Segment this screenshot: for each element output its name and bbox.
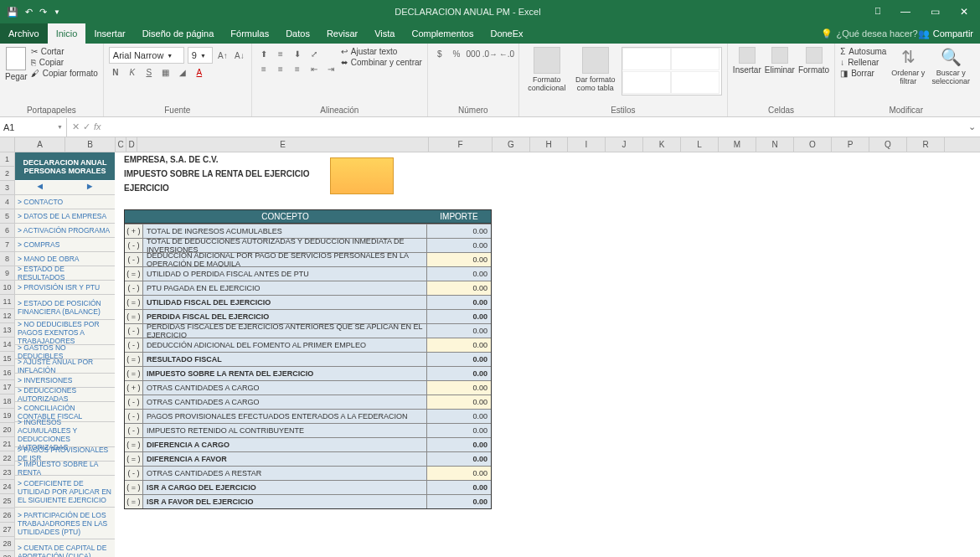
row-header[interactable]: 14	[0, 338, 14, 352]
sidebar-item[interactable]: > PARTICIPACIÓN DE LOS TRABAJADRORES EN …	[15, 508, 115, 539]
table-format-button[interactable]: Dar formato como tabla	[573, 47, 618, 92]
tell-me-search[interactable]: 💡 ¿Qué desea hacer?	[821, 23, 917, 44]
redo-icon[interactable]: ↷	[39, 7, 47, 18]
row-header[interactable]: 7	[0, 238, 14, 252]
menu-datos[interactable]: Datos	[277, 23, 318, 44]
sidebar-item[interactable]: > COMPRAS	[15, 238, 115, 252]
column-header[interactable]: R	[907, 137, 945, 152]
row-header[interactable]: 17	[0, 380, 14, 395]
copy-button[interactable]: ⎘Copiar	[31, 58, 98, 67]
select-all-corner[interactable]	[0, 137, 15, 152]
decrease-decimal-icon[interactable]: ←.0	[500, 47, 513, 60]
column-header[interactable]: C	[116, 137, 126, 152]
borders-button[interactable]: ▦	[159, 65, 173, 79]
decrease-indent-icon[interactable]: ⇤	[307, 62, 321, 75]
row-header[interactable]: 27	[0, 523, 14, 537]
style-swatch[interactable]	[622, 48, 671, 70]
enter-formula-icon[interactable]: ✓	[83, 121, 90, 132]
row-header[interactable]: 1	[0, 152, 14, 167]
row-header[interactable]: 12	[0, 309, 14, 323]
row-header[interactable]: 15	[0, 352, 14, 366]
row-header[interactable]: 25	[0, 494, 14, 508]
row-amount[interactable]: 0.00	[427, 467, 491, 480]
font-size-selector[interactable]: 9▼	[188, 47, 213, 64]
column-header[interactable]: E	[137, 137, 429, 152]
nav-next-button[interactable]: ►	[65, 181, 116, 194]
delete-cells-button[interactable]: Eliminar	[765, 47, 795, 75]
menu-fórmulas[interactable]: Fórmulas	[222, 23, 277, 44]
row-amount[interactable]: 0.00	[427, 338, 491, 352]
column-header[interactable]: Q	[869, 137, 907, 152]
row-header[interactable]: 19	[0, 409, 14, 423]
style-swatch[interactable]	[622, 71, 671, 94]
menu-insertar[interactable]: Insertar	[85, 23, 133, 44]
cells-canvas[interactable]: DECLARACION ANUAL PERSONAS MORALES ◄ ► >…	[15, 152, 980, 557]
style-swatch[interactable]	[671, 48, 720, 70]
comma-icon[interactable]: 000	[467, 47, 480, 60]
increase-font-icon[interactable]: A↑	[216, 49, 230, 62]
column-header[interactable]: N	[756, 137, 794, 152]
undo-icon[interactable]: ↶	[25, 7, 33, 18]
ribbon-options-icon[interactable]: ⎕	[875, 6, 880, 18]
row-header[interactable]: 26	[0, 508, 14, 523]
menu-vista[interactable]: Vista	[366, 23, 403, 44]
find-select-button[interactable]: 🔍Buscar y seleccionar	[930, 47, 972, 85]
wrap-text-button[interactable]: ↩Ajustar texto	[341, 47, 422, 56]
row-header[interactable]: 8	[0, 252, 14, 266]
sidebar-item[interactable]: > DEDUCCIONES AUTORIZADAS	[15, 388, 115, 402]
cancel-formula-icon[interactable]: ✕	[72, 121, 80, 132]
align-center-icon[interactable]: ≡	[274, 62, 287, 75]
expand-formula-bar-icon[interactable]: ⌄	[963, 121, 980, 132]
sidebar-item[interactable]: > IMPUESTO SOBRE LA RENTA	[15, 462, 115, 476]
column-header[interactable]: K	[643, 137, 681, 152]
minimize-button[interactable]: —	[900, 6, 910, 18]
align-left-icon[interactable]: ≡	[257, 62, 271, 75]
column-header[interactable]: J	[606, 137, 643, 152]
align-top-icon[interactable]: ⬆	[257, 47, 271, 60]
decrease-font-icon[interactable]: A↓	[233, 49, 246, 62]
sidebar-item[interactable]: > AJUSTE ANUAL POR INFLACIÓN	[15, 359, 115, 374]
increase-indent-icon[interactable]: ⇥	[324, 62, 338, 75]
row-header[interactable]: 28	[0, 537, 14, 551]
percent-icon[interactable]: %	[450, 47, 463, 60]
share-button[interactable]: 👥Compartir	[918, 28, 973, 39]
sidebar-item[interactable]: > NO DEDUCIBLES POR PAGOS EXENTOS A TRAB…	[15, 320, 115, 345]
row-header[interactable]: 18	[0, 395, 14, 409]
row-header[interactable]: 11	[0, 295, 14, 309]
restore-button[interactable]: ▭	[931, 6, 940, 18]
cut-button[interactable]: ✂Cortar	[31, 47, 98, 56]
underline-button[interactable]: S	[142, 65, 156, 79]
row-amount[interactable]: 0.00	[427, 253, 491, 266]
row-header[interactable]: 5	[0, 209, 14, 224]
column-header[interactable]: P	[832, 137, 869, 152]
menu-file[interactable]: Archivo	[0, 23, 48, 44]
row-header[interactable]: 13	[0, 323, 14, 338]
fx-icon[interactable]: fx	[94, 121, 101, 132]
autosum-button[interactable]: ΣAutosuma	[840, 47, 886, 56]
menu-diseño-de-página[interactable]: Diseño de página	[134, 23, 223, 44]
menu-revisar[interactable]: Revisar	[318, 23, 366, 44]
format-painter-button[interactable]: 🖌Copiar formato	[31, 69, 98, 78]
sidebar-item[interactable]: > ESTADO DE RESULTADOS	[15, 266, 115, 281]
paste-button[interactable]: Pegar	[5, 47, 28, 81]
sidebar-item[interactable]: > CONTACTO	[15, 195, 115, 209]
row-header[interactable]: 24	[0, 480, 14, 494]
column-header[interactable]: L	[681, 137, 719, 152]
column-header[interactable]: A	[15, 137, 65, 152]
column-header[interactable]: F	[429, 137, 493, 152]
nav-prev-button[interactable]: ◄	[15, 181, 65, 194]
save-icon[interactable]: 💾	[7, 7, 18, 18]
column-header[interactable]: D	[126, 137, 137, 152]
insert-cells-button[interactable]: Insertar	[733, 47, 761, 75]
row-header[interactable]: 10	[0, 281, 14, 295]
name-box[interactable]: A1▼	[0, 118, 67, 137]
conditional-format-button[interactable]: Formato condicional	[524, 47, 570, 92]
align-bottom-icon[interactable]: ⬇	[291, 47, 304, 60]
row-header[interactable]: 29	[0, 551, 14, 557]
font-color-button[interactable]: A	[193, 65, 206, 79]
column-header[interactable]: B	[65, 137, 116, 152]
column-header[interactable]: H	[530, 137, 568, 152]
row-header[interactable]: 20	[0, 423, 14, 437]
italic-button[interactable]: K	[126, 65, 139, 79]
row-header[interactable]: 22	[0, 451, 14, 466]
